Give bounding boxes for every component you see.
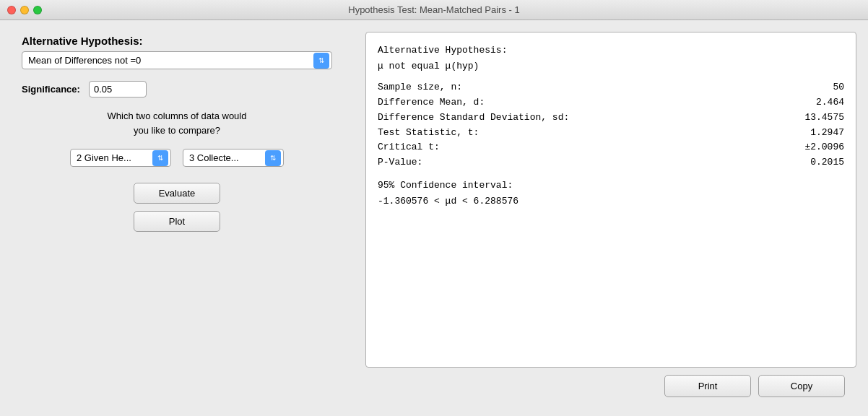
alt-hypothesis-dropdown[interactable]: Mean of Differences not =0Mean of Differ… <box>22 51 332 69</box>
p-value-row: P-Value: 0.2015 <box>378 155 844 170</box>
col1-dropdown-wrapper: 2 Given He... ⇅ <box>70 149 171 167</box>
right-panel: Alternative Hypothesis: μ not equal μ(hy… <box>354 20 868 416</box>
diff-sd-label: Difference Standard Deviation, sd: <box>378 110 569 126</box>
sample-size-label: Sample size, n: <box>378 80 462 95</box>
copy-button[interactable]: Copy <box>758 375 845 397</box>
results-box: Alternative Hypothesis: μ not equal μ(hy… <box>365 32 856 368</box>
test-stat-label: Test Statistic, t: <box>378 126 479 141</box>
diff-mean-row: Difference Mean, d: 2.464 <box>378 95 844 110</box>
diff-mean-value: 2.464 <box>816 95 844 110</box>
columns-row: 2 Given He... ⇅ 3 Collecte... ⇅ <box>22 149 332 167</box>
alt-hyp-line1: Alternative Hypothesis: <box>378 43 844 58</box>
plot-button[interactable]: Plot <box>134 211 220 232</box>
minimize-button[interactable] <box>20 6 29 14</box>
bottom-bar: Print Copy <box>365 368 856 404</box>
compare-line1: Which two columns of data would <box>22 109 332 124</box>
confidence-line2: -1.360576 < μd < 6.288576 <box>378 194 844 209</box>
left-panel: Alternative Hypothesis: Mean of Differen… <box>0 20 354 416</box>
results-header: Alternative Hypothesis: μ not equal μ(hy… <box>378 43 844 74</box>
diff-sd-value: 13.4575 <box>804 110 844 126</box>
p-value-value: 0.2015 <box>810 155 844 170</box>
confidence-line1: 95% Confidence interval: <box>378 178 844 194</box>
significance-row: Significance: <box>22 81 332 98</box>
action-buttons: Evaluate Plot <box>22 183 332 232</box>
critical-t-value: ±2.0096 <box>804 140 844 155</box>
critical-t-label: Critical t: <box>378 140 440 155</box>
col1-dropdown[interactable]: 2 Given He... <box>70 149 171 167</box>
significance-input[interactable] <box>89 81 147 98</box>
test-stat-row: Test Statistic, t: 1.2947 <box>378 126 844 141</box>
significance-label: Significance: <box>22 84 80 95</box>
diff-mean-label: Difference Mean, d: <box>378 95 485 110</box>
p-value-label: P-Value: <box>378 155 422 170</box>
maximize-button[interactable] <box>33 6 42 14</box>
col2-dropdown[interactable]: 3 Collecte... <box>183 149 284 167</box>
alt-hypothesis-dropdown-wrapper: Mean of Differences not =0Mean of Differ… <box>22 51 332 69</box>
test-stat-value: 1.2947 <box>810 126 844 141</box>
sample-size-row: Sample size, n: 50 <box>378 80 844 95</box>
main-content: Alternative Hypothesis: Mean of Differen… <box>0 20 868 416</box>
results-footer: 95% Confidence interval: -1.360576 < μd … <box>378 178 844 209</box>
diff-sd-row: Difference Standard Deviation, sd: 13.45… <box>378 110 844 126</box>
results-stats: Sample size, n: 50 Difference Mean, d: 2… <box>378 80 844 170</box>
title-bar: Hypothesis Test: Mean-Matched Pairs - 1 <box>0 0 868 20</box>
col2-dropdown-wrapper: 3 Collecte... ⇅ <box>183 149 284 167</box>
critical-t-row: Critical t: ±2.0096 <box>378 140 844 155</box>
compare-line2: you like to compare? <box>22 124 332 138</box>
alt-hypothesis-section: Alternative Hypothesis: Mean of Differen… <box>22 35 332 69</box>
alt-hyp-line2: μ not equal μ(hyp) <box>378 58 844 74</box>
close-button[interactable] <box>7 6 16 14</box>
traffic-lights <box>7 6 42 14</box>
sample-size-value: 50 <box>833 80 844 95</box>
compare-text: Which two columns of data would you like… <box>22 109 332 137</box>
evaluate-button[interactable]: Evaluate <box>134 183 220 204</box>
alt-hypothesis-label: Alternative Hypothesis: <box>22 35 332 47</box>
print-button[interactable]: Print <box>664 375 751 397</box>
window-title: Hypothesis Test: Mean-Matched Pairs - 1 <box>348 4 519 15</box>
